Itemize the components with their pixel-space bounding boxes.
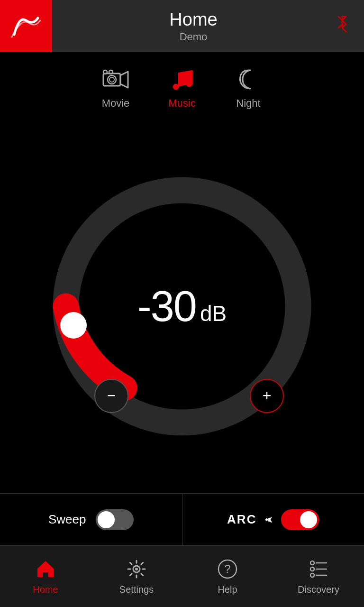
svg-point-15 bbox=[310, 573, 314, 577]
svg-point-8 bbox=[60, 312, 87, 339]
svg-point-5 bbox=[173, 84, 179, 90]
mode-night-label: Night bbox=[236, 97, 260, 110]
discovery-icon bbox=[307, 558, 330, 580]
logo-box bbox=[0, 0, 52, 52]
volume-knob-container[interactable]: -30 dB − + bbox=[49, 174, 315, 439]
minus-icon: − bbox=[107, 387, 116, 405]
sweep-toggle-knob bbox=[98, 511, 115, 528]
nav-settings-label: Settings bbox=[119, 584, 154, 595]
svg-point-6 bbox=[186, 81, 192, 87]
mode-night[interactable]: Night bbox=[234, 66, 263, 110]
arc-waves-icon bbox=[258, 513, 272, 526]
arc-section: ARC bbox=[182, 494, 364, 545]
page-title: Home bbox=[169, 9, 217, 30]
volume-knob-area: -30 dB − + bbox=[0, 119, 364, 493]
settings-icon bbox=[125, 558, 148, 580]
mode-selector: Movie Music Night bbox=[0, 52, 364, 119]
svg-point-1 bbox=[108, 75, 116, 84]
sweep-toggle[interactable] bbox=[96, 509, 134, 530]
mode-movie-label: Movie bbox=[102, 97, 130, 110]
nav-settings[interactable]: Settings bbox=[91, 546, 182, 607]
svg-point-4 bbox=[109, 70, 113, 74]
arc-text: ARC bbox=[227, 512, 256, 527]
volume-value: -30 bbox=[137, 282, 196, 331]
volume-unit: dB bbox=[200, 300, 227, 326]
arc-toggle-knob bbox=[300, 511, 317, 528]
svg-point-10 bbox=[135, 568, 138, 570]
home-icon bbox=[34, 558, 57, 580]
bluetooth-icon[interactable] bbox=[335, 15, 350, 38]
sweep-label: Sweep bbox=[48, 512, 86, 527]
nav-help-label: Help bbox=[218, 584, 237, 595]
arc-toggle[interactable] bbox=[281, 509, 319, 530]
arc-logo: ARC bbox=[227, 512, 272, 527]
mode-music-label: Music bbox=[168, 97, 195, 110]
page-subtitle: Demo bbox=[180, 31, 208, 43]
volume-increase-button[interactable]: + bbox=[250, 379, 284, 413]
sweep-section: Sweep bbox=[0, 494, 182, 545]
brand-logo bbox=[9, 13, 43, 39]
header-center: Home Demo bbox=[52, 9, 335, 43]
nav-home[interactable]: Home bbox=[0, 546, 91, 607]
volume-display: -30 dB bbox=[137, 282, 227, 331]
help-icon: ? bbox=[216, 558, 239, 580]
nav-discovery[interactable]: Discovery bbox=[273, 546, 364, 607]
svg-text:?: ? bbox=[224, 562, 230, 575]
header: Home Demo bbox=[0, 0, 364, 52]
svg-point-13 bbox=[310, 561, 314, 565]
main-content: Movie Music Night bbox=[0, 52, 364, 545]
mode-music[interactable]: Music bbox=[168, 66, 196, 110]
svg-point-14 bbox=[310, 567, 314, 571]
bottom-navigation: Home Settings ? Help bbox=[0, 545, 364, 607]
svg-point-2 bbox=[109, 77, 114, 82]
music-icon bbox=[168, 66, 196, 92]
plus-icon: + bbox=[263, 387, 272, 405]
nav-home-label: Home bbox=[33, 584, 58, 595]
svg-point-3 bbox=[103, 70, 107, 74]
toggles-bar: Sweep ARC bbox=[0, 493, 364, 545]
mode-movie[interactable]: Movie bbox=[101, 66, 130, 110]
nav-discovery-label: Discovery bbox=[298, 584, 339, 595]
nav-help[interactable]: ? Help bbox=[182, 546, 273, 607]
volume-decrease-button[interactable]: − bbox=[94, 379, 128, 413]
night-icon bbox=[234, 66, 263, 92]
movie-icon bbox=[101, 66, 130, 92]
